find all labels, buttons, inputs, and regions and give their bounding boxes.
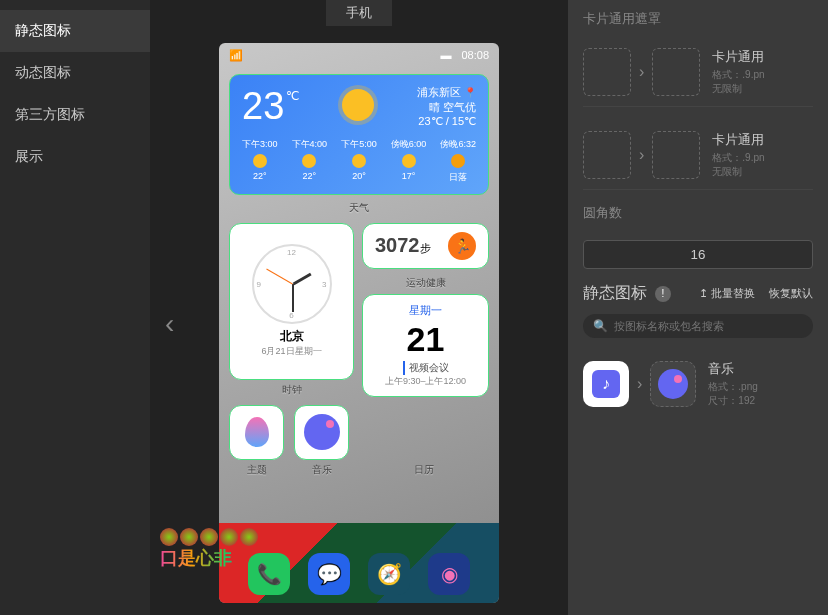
music-disc-icon	[658, 369, 688, 399]
forecast-time: 下午4:00	[292, 138, 328, 151]
radius-input[interactable]	[583, 240, 813, 269]
mask-item-limit: 无限制	[712, 165, 764, 179]
status-bar: 📶 08:08	[219, 43, 499, 68]
music-label: 音乐	[294, 463, 349, 477]
mask-source-slot[interactable]	[583, 131, 631, 179]
mask-row[interactable]: › 卡片通用 格式：.9.pn 无限制	[583, 38, 813, 107]
icon-search[interactable]: 🔍	[583, 314, 813, 338]
calendar-widget[interactable]: 星期一 21 视频会议 上午9:30–上午12:00	[362, 294, 489, 397]
dock-camera-icon[interactable]: ◉	[428, 553, 470, 595]
battery-icon	[440, 49, 455, 61]
watermark-dot-icon	[180, 528, 198, 546]
sidebar-item-display[interactable]: 展示	[0, 136, 150, 178]
mask-item-limit: 无限制	[712, 82, 764, 96]
calendar-label: 日历	[359, 463, 489, 477]
mask-target-slot[interactable]	[652, 48, 700, 96]
chevron-left-icon[interactable]: ‹	[165, 308, 174, 340]
restore-default-button[interactable]: 恢复默认	[769, 286, 813, 301]
left-sidebar: 静态图标 动态图标 第三方图标 展示	[0, 0, 150, 615]
arrow-right-icon: ›	[639, 63, 644, 81]
icons-section-title: 静态图标	[583, 283, 647, 304]
mask-item-format: 格式：.9.pn	[712, 68, 764, 82]
dock-message-icon[interactable]: 💬	[308, 553, 350, 595]
right-panel: 卡片通用遮罩 › 卡片通用 格式：.9.pn 无限制 › 卡片通用 格式：.9.…	[568, 0, 828, 615]
mask-row[interactable]: › 卡片通用 格式：.9.pn 无限制	[583, 121, 813, 190]
info-icon[interactable]: !	[655, 286, 671, 302]
signal-icon: 📶	[229, 49, 243, 62]
status-time: 08:08	[461, 49, 489, 61]
watermark: 口是心非	[160, 528, 258, 570]
weather-label: 天气	[219, 201, 499, 215]
app-row-music[interactable]: ♪ › 音乐 格式：.png 尺寸：192	[583, 350, 813, 418]
steps-unit: 步	[420, 242, 431, 254]
app-name: 音乐	[708, 360, 757, 378]
clock-label: 时钟	[229, 383, 354, 397]
weather-location: 浦东新区	[417, 85, 476, 100]
clock-city: 北京	[280, 328, 304, 345]
sun-icon	[253, 154, 267, 168]
app-format: 格式：.png	[708, 380, 757, 394]
steps-widget[interactable]: 3072步 🏃	[362, 223, 489, 269]
watermark-text: 口是心非	[160, 546, 258, 570]
clock-date: 6月21日星期一	[261, 345, 321, 358]
theme-app-icon[interactable]	[229, 405, 284, 460]
upload-icon: ↥	[699, 287, 708, 299]
runner-icon: 🏃	[448, 232, 476, 260]
weather-hilo: 23℃ / 15℃	[417, 115, 476, 128]
mask-item-title: 卡片通用	[712, 131, 764, 149]
watermark-dot-icon	[220, 528, 238, 546]
batch-replace-button[interactable]: ↥ 批量替换	[699, 286, 755, 301]
music-app-icon[interactable]	[294, 405, 349, 460]
masks-section-title: 卡片通用遮罩	[583, 10, 813, 28]
forecast-temp: 17°	[391, 171, 427, 181]
search-input[interactable]	[614, 320, 803, 332]
app-source-icon[interactable]: ♪	[583, 361, 629, 407]
sun-icon	[402, 154, 416, 168]
steps-count: 3072	[375, 234, 420, 256]
sidebar-item-third-party[interactable]: 第三方图标	[0, 94, 150, 136]
radius-label: 圆角数	[583, 204, 813, 222]
sun-icon	[342, 89, 374, 121]
clock-widget[interactable]: 12 6 9 3 北京 6月21日星期一	[229, 223, 354, 380]
mask-target-slot[interactable]	[652, 131, 700, 179]
forecast-time: 下午3:00	[242, 138, 278, 151]
forecast-temp: 22°	[292, 171, 328, 181]
forecast-row: 下午3:0022° 下午4:0022° 下午5:0020° 傍晚6:0017° …	[242, 138, 476, 184]
weather-temp: 23	[242, 85, 284, 128]
app-size: 尺寸：192	[708, 394, 757, 408]
search-icon: 🔍	[593, 319, 608, 333]
watermark-dot-icon	[240, 528, 258, 546]
arrow-right-icon: ›	[639, 146, 644, 164]
weather-degree: ℃	[286, 89, 299, 128]
watermark-dot-icon	[200, 528, 218, 546]
steps-label: 运动健康	[362, 276, 489, 290]
music-disc-icon	[304, 414, 340, 450]
dock-browser-icon[interactable]: 🧭	[368, 553, 410, 595]
watermark-dot-icon	[160, 528, 178, 546]
calendar-time: 上午9:30–上午12:00	[385, 375, 466, 388]
forecast-time: 下午5:00	[341, 138, 377, 151]
music-note-icon: ♪	[592, 370, 620, 398]
forecast-temp: 22°	[242, 171, 278, 181]
calendar-day: 21	[407, 320, 445, 359]
clock-face-icon: 12 6 9 3	[252, 244, 332, 324]
phone-preview: 📶 08:08 23 ℃ 浦东新区 晴 空气优 23℃ / 15℃	[219, 43, 499, 603]
arrow-right-icon: ›	[637, 375, 642, 393]
weather-condition: 晴 空气优	[417, 100, 476, 115]
sunset-icon	[451, 154, 465, 168]
calendar-event: 视频会议	[403, 361, 449, 375]
weather-widget[interactable]: 23 ℃ 浦东新区 晴 空气优 23℃ / 15℃ 下午3:0022° 下午4:…	[229, 74, 489, 195]
theme-label: 主题	[229, 463, 284, 477]
mask-item-title: 卡片通用	[712, 48, 764, 66]
balloon-icon	[245, 417, 269, 447]
sun-icon	[352, 154, 366, 168]
sidebar-item-dynamic-icons[interactable]: 动态图标	[0, 52, 150, 94]
app-target-icon[interactable]	[650, 361, 696, 407]
forecast-temp: 20°	[341, 171, 377, 181]
forecast-temp: 日落	[440, 171, 476, 184]
mask-item-format: 格式：.9.pn	[712, 151, 764, 165]
sidebar-item-static-icons[interactable]: 静态图标	[0, 10, 150, 52]
mask-source-slot[interactable]	[583, 48, 631, 96]
device-tab-phone[interactable]: 手机	[326, 0, 392, 26]
forecast-time: 傍晚6:00	[391, 138, 427, 151]
